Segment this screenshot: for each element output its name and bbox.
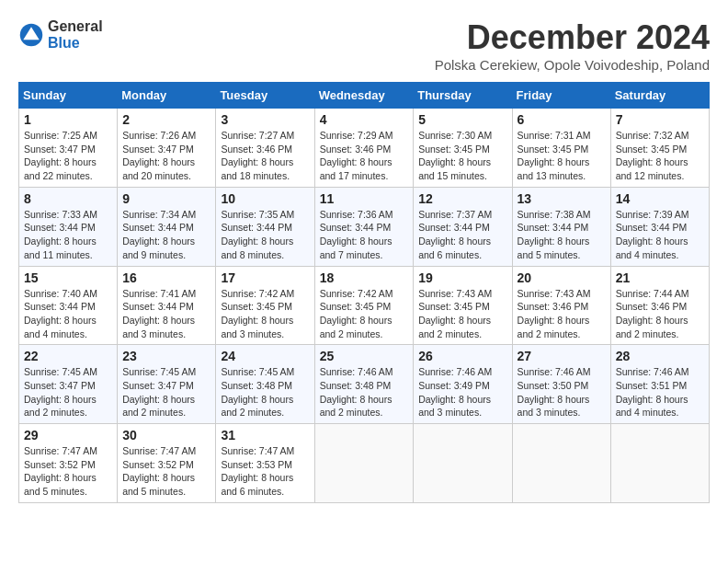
logo-icon bbox=[18, 22, 44, 48]
day-info: Sunrise: 7:47 AM Sunset: 3:52 PM Dayligh… bbox=[24, 444, 112, 499]
day-number: 20 bbox=[518, 270, 606, 285]
calendar-cell: 19 Sunrise: 7:43 AM Sunset: 3:45 PM Dayl… bbox=[414, 266, 512, 345]
day-info: Sunrise: 7:47 AM Sunset: 3:52 PM Dayligh… bbox=[122, 444, 210, 499]
day-info: Sunrise: 7:40 AM Sunset: 3:44 PM Dayligh… bbox=[24, 287, 112, 341]
day-info: Sunrise: 7:47 AM Sunset: 3:53 PM Dayligh… bbox=[221, 444, 309, 499]
calendar-cell: 23 Sunrise: 7:45 AM Sunset: 3:47 PM Dayl… bbox=[118, 345, 216, 424]
calendar-cell: 15 Sunrise: 7:40 AM Sunset: 3:44 PM Dayl… bbox=[19, 266, 118, 345]
day-number: 21 bbox=[616, 270, 704, 285]
calendar-cell: 21 Sunrise: 7:44 AM Sunset: 3:46 PM Dayl… bbox=[610, 266, 709, 345]
day-number: 30 bbox=[122, 428, 210, 442]
title-block: December 2024 Polska Cerekiew, Opole Voi… bbox=[435, 18, 710, 73]
calendar-cell: 24 Sunrise: 7:45 AM Sunset: 3:48 PM Dayl… bbox=[216, 345, 314, 424]
day-info: Sunrise: 7:25 AM Sunset: 3:47 PM Dayligh… bbox=[24, 129, 112, 183]
header-friday: Friday bbox=[512, 83, 610, 109]
calendar-week-row: 29 Sunrise: 7:47 AM Sunset: 3:52 PM Dayl… bbox=[19, 424, 710, 503]
header-tuesday: Tuesday bbox=[216, 83, 314, 109]
day-number: 15 bbox=[24, 270, 112, 285]
day-info: Sunrise: 7:46 AM Sunset: 3:48 PM Dayligh… bbox=[320, 365, 409, 419]
calendar-week-row: 1 Sunrise: 7:25 AM Sunset: 3:47 PM Dayli… bbox=[19, 109, 710, 188]
location-subtitle: Polska Cerekiew, Opole Voivodeship, Pola… bbox=[435, 57, 710, 73]
month-title: December 2024 bbox=[435, 18, 710, 57]
day-info: Sunrise: 7:45 AM Sunset: 3:47 PM Dayligh… bbox=[24, 365, 112, 419]
calendar-cell bbox=[610, 424, 709, 503]
calendar-cell: 17 Sunrise: 7:42 AM Sunset: 3:45 PM Dayl… bbox=[216, 266, 314, 345]
day-number: 16 bbox=[122, 270, 210, 285]
day-number: 13 bbox=[518, 191, 606, 206]
logo-blue: Blue bbox=[48, 35, 103, 52]
logo-text: General Blue bbox=[48, 18, 103, 51]
day-info: Sunrise: 7:46 AM Sunset: 3:49 PM Dayligh… bbox=[418, 365, 506, 419]
day-number: 6 bbox=[518, 112, 606, 127]
calendar-cell: 4 Sunrise: 7:29 AM Sunset: 3:46 PM Dayli… bbox=[314, 109, 414, 188]
day-number: 19 bbox=[418, 270, 506, 285]
day-info: Sunrise: 7:44 AM Sunset: 3:46 PM Dayligh… bbox=[616, 287, 704, 341]
calendar-cell: 10 Sunrise: 7:35 AM Sunset: 3:44 PM Dayl… bbox=[216, 187, 314, 266]
calendar-week-row: 15 Sunrise: 7:40 AM Sunset: 3:44 PM Dayl… bbox=[19, 266, 710, 345]
calendar-cell: 3 Sunrise: 7:27 AM Sunset: 3:46 PM Dayli… bbox=[216, 109, 314, 188]
day-info: Sunrise: 7:31 AM Sunset: 3:45 PM Dayligh… bbox=[518, 129, 606, 183]
day-info: Sunrise: 7:35 AM Sunset: 3:44 PM Dayligh… bbox=[221, 208, 309, 262]
day-number: 12 bbox=[418, 191, 506, 206]
calendar-cell: 31 Sunrise: 7:47 AM Sunset: 3:53 PM Dayl… bbox=[216, 424, 314, 503]
day-info: Sunrise: 7:29 AM Sunset: 3:46 PM Dayligh… bbox=[320, 129, 409, 183]
calendar-cell: 13 Sunrise: 7:38 AM Sunset: 3:44 PM Dayl… bbox=[512, 187, 610, 266]
header-wednesday: Wednesday bbox=[314, 83, 414, 109]
day-number: 3 bbox=[221, 112, 309, 127]
calendar-week-row: 22 Sunrise: 7:45 AM Sunset: 3:47 PM Dayl… bbox=[19, 345, 710, 424]
day-info: Sunrise: 7:39 AM Sunset: 3:44 PM Dayligh… bbox=[616, 208, 704, 262]
calendar-cell: 12 Sunrise: 7:37 AM Sunset: 3:44 PM Dayl… bbox=[414, 187, 512, 266]
calendar-cell: 7 Sunrise: 7:32 AM Sunset: 3:45 PM Dayli… bbox=[610, 109, 709, 188]
day-info: Sunrise: 7:33 AM Sunset: 3:44 PM Dayligh… bbox=[24, 208, 112, 262]
day-info: Sunrise: 7:42 AM Sunset: 3:45 PM Dayligh… bbox=[320, 287, 409, 341]
day-info: Sunrise: 7:45 AM Sunset: 3:48 PM Dayligh… bbox=[221, 365, 309, 419]
calendar-cell: 9 Sunrise: 7:34 AM Sunset: 3:44 PM Dayli… bbox=[118, 187, 216, 266]
day-number: 5 bbox=[418, 112, 506, 127]
calendar-cell: 8 Sunrise: 7:33 AM Sunset: 3:44 PM Dayli… bbox=[19, 187, 118, 266]
calendar-cell: 11 Sunrise: 7:36 AM Sunset: 3:44 PM Dayl… bbox=[314, 187, 414, 266]
day-info: Sunrise: 7:38 AM Sunset: 3:44 PM Dayligh… bbox=[518, 208, 606, 262]
calendar-cell: 25 Sunrise: 7:46 AM Sunset: 3:48 PM Dayl… bbox=[314, 345, 414, 424]
day-info: Sunrise: 7:42 AM Sunset: 3:45 PM Dayligh… bbox=[221, 287, 309, 341]
day-number: 2 bbox=[122, 112, 210, 127]
day-info: Sunrise: 7:43 AM Sunset: 3:45 PM Dayligh… bbox=[418, 287, 506, 341]
page-header: General Blue December 2024 Polska Cereki… bbox=[18, 18, 710, 73]
calendar-cell bbox=[314, 424, 414, 503]
day-number: 14 bbox=[616, 191, 704, 206]
calendar-cell: 14 Sunrise: 7:39 AM Sunset: 3:44 PM Dayl… bbox=[610, 187, 709, 266]
day-info: Sunrise: 7:45 AM Sunset: 3:47 PM Dayligh… bbox=[122, 365, 210, 419]
calendar-cell: 5 Sunrise: 7:30 AM Sunset: 3:45 PM Dayli… bbox=[414, 109, 512, 188]
calendar-cell: 27 Sunrise: 7:46 AM Sunset: 3:50 PM Dayl… bbox=[512, 345, 610, 424]
calendar-cell: 22 Sunrise: 7:45 AM Sunset: 3:47 PM Dayl… bbox=[19, 345, 118, 424]
day-number: 9 bbox=[122, 191, 210, 206]
day-number: 18 bbox=[320, 270, 409, 285]
calendar-cell: 16 Sunrise: 7:41 AM Sunset: 3:44 PM Dayl… bbox=[118, 266, 216, 345]
day-number: 1 bbox=[24, 112, 112, 127]
day-number: 25 bbox=[320, 349, 409, 363]
calendar-cell: 29 Sunrise: 7:47 AM Sunset: 3:52 PM Dayl… bbox=[19, 424, 118, 503]
day-number: 11 bbox=[320, 191, 409, 206]
day-number: 23 bbox=[122, 349, 210, 363]
calendar-table: SundayMondayTuesdayWednesdayThursdayFrid… bbox=[18, 82, 710, 503]
calendar-cell: 26 Sunrise: 7:46 AM Sunset: 3:49 PM Dayl… bbox=[414, 345, 512, 424]
calendar-cell bbox=[512, 424, 610, 503]
day-info: Sunrise: 7:41 AM Sunset: 3:44 PM Dayligh… bbox=[122, 287, 210, 341]
day-info: Sunrise: 7:26 AM Sunset: 3:47 PM Dayligh… bbox=[122, 129, 210, 183]
calendar-cell: 20 Sunrise: 7:43 AM Sunset: 3:46 PM Dayl… bbox=[512, 266, 610, 345]
day-info: Sunrise: 7:34 AM Sunset: 3:44 PM Dayligh… bbox=[122, 208, 210, 262]
header-saturday: Saturday bbox=[610, 83, 709, 109]
day-number: 31 bbox=[221, 428, 309, 442]
calendar-cell: 2 Sunrise: 7:26 AM Sunset: 3:47 PM Dayli… bbox=[118, 109, 216, 188]
logo-general: General bbox=[48, 18, 103, 35]
day-info: Sunrise: 7:27 AM Sunset: 3:46 PM Dayligh… bbox=[221, 129, 309, 183]
calendar-header-row: SundayMondayTuesdayWednesdayThursdayFrid… bbox=[19, 83, 710, 109]
header-sunday: Sunday bbox=[19, 83, 118, 109]
day-number: 26 bbox=[418, 349, 506, 363]
logo: General Blue bbox=[18, 18, 103, 51]
day-number: 17 bbox=[221, 270, 309, 285]
header-monday: Monday bbox=[118, 83, 216, 109]
day-info: Sunrise: 7:43 AM Sunset: 3:46 PM Dayligh… bbox=[518, 287, 606, 341]
day-number: 7 bbox=[616, 112, 704, 127]
header-thursday: Thursday bbox=[414, 83, 512, 109]
day-info: Sunrise: 7:46 AM Sunset: 3:51 PM Dayligh… bbox=[616, 365, 704, 419]
